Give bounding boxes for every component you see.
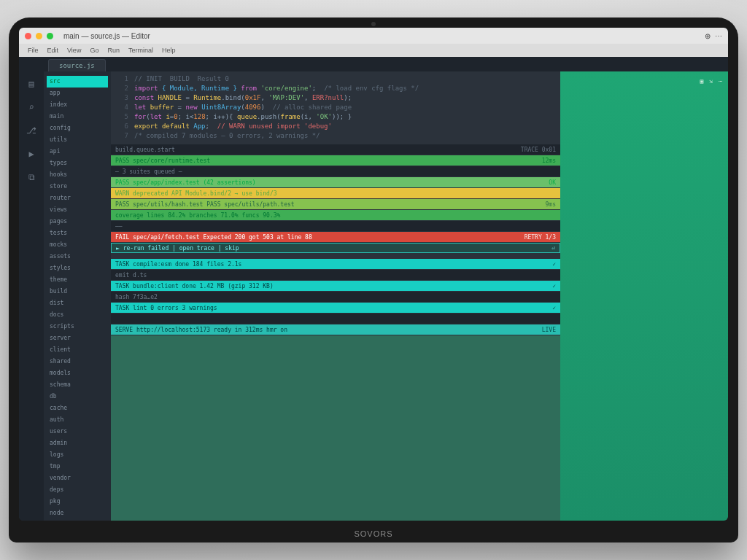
debug-icon[interactable]: ▶ <box>25 147 38 160</box>
camera-dot <box>371 22 376 26</box>
sidebar-item-node[interactable]: node <box>47 508 108 519</box>
sidebar-item-theme[interactable]: theme <box>47 274 108 286</box>
code-line[interactable]: 4let buffer = new Uint8Array(4096) // al… <box>115 103 556 112</box>
sidebar-item-assets[interactable]: assets <box>47 251 108 262</box>
band-text: FAIL spec/api/fetch.test Expected 200 go… <box>115 234 312 241</box>
sidebar-item-index[interactable]: index <box>47 99 108 111</box>
output-band: coverage lines 84.2% branches 71.0% func… <box>111 210 560 220</box>
sidebar-item-hooks[interactable]: hooks <box>47 169 108 181</box>
preview-toolbar: ▣⇲⋯ <box>560 71 728 90</box>
gutter-line-number: 5 <box>115 112 128 122</box>
code-line[interactable]: 1// INIT BUILD Result 0 <box>115 74 556 84</box>
sidebar-item-store[interactable]: store <box>47 181 108 192</box>
band-text: emit d.ts <box>115 272 147 279</box>
maximize-icon[interactable] <box>47 33 53 39</box>
ext-icon[interactable]: ⧉ <box>25 171 38 184</box>
window-title: main — source.js — Editor <box>63 32 150 40</box>
sidebar-item-tmp[interactable]: tmp <box>47 461 108 472</box>
sidebar-item-users[interactable]: users <box>47 426 108 438</box>
files-icon[interactable]: ▤ <box>25 77 38 90</box>
menu-bar: FileEditViewGoRunTerminalHelp <box>19 44 728 57</box>
band-text: PASS spec/utils/hash.test PASS spec/util… <box>115 201 295 208</box>
sidebar-item-admin[interactable]: admin <box>47 438 108 449</box>
sidebar-item-models[interactable]: models <box>47 368 108 379</box>
band-text: PASS spec/core/runtime.test <box>115 158 210 164</box>
sidebar-item-db[interactable]: db <box>47 391 108 402</box>
output-band[interactable]: ► re-run failed | open trace | skip⏎ <box>111 243 560 253</box>
preview-action-icon[interactable]: ⋯ <box>719 78 722 85</box>
gutter-line-number: 4 <box>115 103 128 112</box>
sidebar-item-pages[interactable]: pages <box>47 216 108 228</box>
sidebar-item-config[interactable]: config <box>47 122 108 134</box>
window-menu-icon[interactable]: ⋯ <box>715 32 722 40</box>
sidebar-item-cache[interactable]: cache <box>47 402 108 414</box>
code-text: for(let i=0; i<128; i++){ queue.push(fra… <box>134 112 352 122</box>
close-icon[interactable] <box>25 33 31 39</box>
preview-canvas[interactable] <box>560 90 728 521</box>
sidebar-item-schema[interactable]: schema <box>47 379 108 391</box>
output-band: — 3 suites queued — <box>111 166 560 176</box>
code-text: /* compiled 7 modules — 0 errors, 2 warn… <box>134 131 320 141</box>
sidebar-item-build[interactable]: build <box>47 286 108 298</box>
sidebar-item-utils[interactable]: utils <box>47 134 108 146</box>
sidebar-item-docs[interactable]: docs <box>47 309 108 321</box>
preview-panel: ▣⇲⋯ <box>560 71 728 521</box>
window-action-icon[interactable]: ⊕ <box>705 32 711 40</box>
preview-action-icon[interactable]: ⇲ <box>709 78 713 85</box>
band-status: OK <box>549 179 556 186</box>
minimize-icon[interactable] <box>36 33 42 39</box>
sidebar-item-main[interactable]: main <box>47 111 108 122</box>
explorer-sidebar: srcappindexmainconfigutilsapitypeshookss… <box>44 71 111 521</box>
code-line[interactable]: 7/* compiled 7 modules — 0 errors, 2 war… <box>115 131 556 141</box>
output-band <box>111 314 560 324</box>
sidebar-item-router[interactable]: router <box>47 192 108 204</box>
sidebar-item-views[interactable]: views <box>47 204 108 216</box>
laptop-frame: SOVORS main — source.js — Editor ⊕ ⋯ Fil… <box>9 18 738 542</box>
sidebar-item-api[interactable]: api <box>47 146 108 158</box>
sidebar-item-mocks[interactable]: mocks <box>47 239 108 251</box>
preview-action-icon[interactable]: ▣ <box>700 78 704 85</box>
menu-help[interactable]: Help <box>162 47 176 54</box>
band-status: RETRY 1/3 <box>525 234 556 241</box>
sidebar-item-deps[interactable]: deps <box>47 484 108 496</box>
menu-file[interactable]: File <box>28 47 39 54</box>
code-line[interactable]: 6export default App; // WARN unused impo… <box>115 122 556 131</box>
tab-source[interactable]: source.js <box>48 59 106 71</box>
search-icon[interactable]: ⌕ <box>25 101 38 114</box>
sidebar-item-env[interactable]: env <box>47 519 108 521</box>
menu-terminal[interactable]: Terminal <box>128 47 153 54</box>
code-line[interactable]: 5for(let i=0; i<128; i++){ queue.push(fr… <box>115 112 556 122</box>
band-text: build.queue.start <box>115 147 175 153</box>
code-editor[interactable]: 1// INIT BUILD Result 02import { Module,… <box>111 71 560 144</box>
sidebar-item-logs[interactable]: logs <box>47 449 108 461</box>
sidebar-item-shared[interactable]: shared <box>47 356 108 368</box>
sidebar-item-client[interactable]: client <box>47 344 108 356</box>
code-line[interactable]: 3const HANDLE = Runtime.bind(0x1F, 'MAP:… <box>115 93 556 103</box>
sidebar-item-scripts[interactable]: scripts <box>47 321 108 332</box>
band-text: TASK lint 0 errors 3 warnings <box>115 305 217 311</box>
menu-view[interactable]: View <box>67 47 81 54</box>
sidebar-item-types[interactable]: types <box>47 158 108 169</box>
sidebar-item-auth[interactable]: auth <box>47 414 108 426</box>
band-text: coverage lines 84.2% branches 71.0% func… <box>115 212 280 219</box>
output-band: —— <box>111 221 560 231</box>
screen: main — source.js — Editor ⊕ ⋯ FileEditVi… <box>19 28 728 521</box>
band-status: 12ms <box>542 158 556 164</box>
sidebar-item-app[interactable]: app <box>47 88 108 99</box>
sidebar-item-vendor[interactable]: vendor <box>47 472 108 484</box>
sidebar-item-dist[interactable]: dist <box>47 298 108 309</box>
gutter-line-number: 2 <box>115 84 128 93</box>
menu-run[interactable]: Run <box>107 47 120 54</box>
sidebar-item-src[interactable]: src <box>47 76 108 88</box>
menu-go[interactable]: Go <box>90 47 98 54</box>
sidebar-item-tests[interactable]: tests <box>47 228 108 239</box>
editor-column: 1// INIT BUILD Result 02import { Module,… <box>111 71 560 521</box>
menu-edit[interactable]: Edit <box>47 47 59 54</box>
sidebar-item-pkg[interactable]: pkg <box>47 496 108 508</box>
code-text: import { Module, Runtime } from 'core/en… <box>134 84 419 93</box>
git-icon[interactable]: ⎇ <box>25 124 38 137</box>
band-text: — 3 suites queued — <box>115 168 182 175</box>
sidebar-item-styles[interactable]: styles <box>47 262 108 274</box>
code-line[interactable]: 2import { Module, Runtime } from 'core/e… <box>115 84 556 93</box>
sidebar-item-server[interactable]: server <box>47 332 108 344</box>
